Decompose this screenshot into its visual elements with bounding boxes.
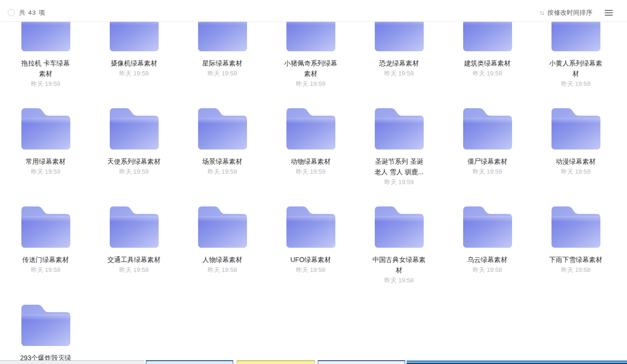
folder-time: 昨天 19:58 [384, 275, 414, 286]
folder-name: 常用绿幕素材 [26, 156, 66, 167]
folder-item[interactable]: 乌云绿幕素材 昨天 19:58 [443, 206, 532, 305]
folder-time: 昨天 19:59 [561, 79, 590, 89]
folder-name: 小猪佩奇系列绿幕素材 [284, 58, 338, 79]
folder-icon [286, 108, 335, 149]
folder-item[interactable]: 僵尸绿幕素材 昨天 19:59 [443, 108, 532, 206]
folder-time: 昨天 19:59 [31, 167, 60, 177]
folder-name: 摄像机绿幕素材 [111, 58, 157, 68]
folder-item[interactable]: 建筑类绿幕素材 昨天 19:59 [443, 10, 532, 108]
folder-name: 拖拉机 卡车绿幕素材 [19, 58, 73, 79]
taskbar-strip[interactable] [407, 360, 627, 364]
toolbar: 共 43 项 ↑↓ 按修改时间排序 [0, 0, 627, 22]
folder-name: 恐龙绿幕素材 [379, 58, 419, 68]
folder-time: 昨天 19:59 [31, 265, 60, 275]
sort-control[interactable]: ↑↓ 按修改时间排序 [540, 9, 593, 17]
folder-icon [110, 108, 159, 149]
sort-label: 按修改时间排序 [548, 9, 593, 17]
folder-time: 昨天 19:59 [119, 167, 149, 177]
folder-name: 天使系列绿幕素材 [107, 156, 161, 167]
folder-name: 人物绿幕素材 [202, 254, 242, 265]
folder-time: 昨天 19:59 [31, 79, 60, 89]
folder-time: 昨天 19:59 [119, 68, 149, 79]
folder-item[interactable]: UFO绿幕素材 昨天 19:58 [266, 206, 355, 305]
folder-name: 交通工具绿幕素材 [107, 254, 161, 265]
folder-icon [463, 206, 512, 248]
folder-icon [21, 108, 70, 149]
folder-name: 僵尸绿幕素材 [467, 156, 507, 167]
folder-name: 星际绿幕素材 [202, 58, 242, 68]
folder-item[interactable]: 场景绿幕素材 昨天 19:59 [178, 108, 266, 206]
folder-time: 昨天 19:58 [296, 265, 325, 275]
taskbar-button-highlighted[interactable] [237, 360, 315, 364]
folder-icon [551, 108, 600, 149]
folder-name: 场景绿幕素材 [202, 156, 242, 167]
folder-item[interactable]: 小猪佩奇系列绿幕素材 昨天 19:59 [266, 10, 355, 108]
folder-time: 昨天 19:58 [561, 265, 590, 275]
sort-arrows-icon: ↑↓ [540, 9, 545, 16]
folder-item[interactable]: 小黄人系列绿幕素材 昨天 19:59 [532, 10, 620, 108]
selection-summary: 共 43 项 [8, 9, 46, 17]
folder-item[interactable]: 动漫绿幕素材 昨天 19:59 [532, 108, 620, 206]
folder-icon [375, 206, 424, 248]
folder-icon [110, 206, 159, 248]
folder-name: 中国古典女绿幕素材 [372, 254, 427, 275]
folder-time: 昨天 19:58 [119, 265, 149, 275]
folder-grid: 拖拉机 卡车绿幕素材 昨天 19:59 摄像机绿幕素材 昨天 19:59 星际绿… [1, 10, 620, 364]
folder-icon [21, 206, 70, 248]
folder-icon [21, 305, 70, 346]
folder-name: 下雨下雪绿幕素材 [549, 254, 602, 265]
folder-time: 昨天 19:58 [473, 265, 502, 275]
folder-name: 动物绿幕素材 [291, 156, 331, 167]
folder-time: 昨天 19:59 [296, 167, 325, 177]
folder-item[interactable]: 动物绿幕素材 昨天 19:59 [266, 108, 355, 206]
file-manager-window: 共 43 项 ↑↓ 按修改时间排序 拖拉机 卡车绿幕素材 昨天 19:59 [0, 0, 627, 364]
folder-item[interactable]: 下雨下雪绿幕素材 昨天 19:58 [532, 206, 620, 305]
item-count-label: 共 43 项 [19, 9, 46, 17]
folder-item[interactable]: 摄像机绿幕素材 昨天 19:59 [90, 10, 178, 108]
folder-item[interactable]: 中国古典女绿幕素材 昨天 19:58 [355, 206, 443, 305]
folder-time: 昨天 19:59 [296, 79, 325, 89]
folder-name: 小黄人系列绿幕素材 [549, 58, 603, 79]
folder-item[interactable]: 传送门绿幕素材 昨天 19:59 [1, 206, 90, 305]
folder-item[interactable]: 恐龙绿幕素材 昨天 19:59 [355, 10, 443, 108]
folder-time: 昨天 19:59 [208, 167, 237, 177]
folder-item[interactable]: 交通工具绿幕素材 昨天 19:58 [90, 206, 178, 305]
folder-icon [286, 206, 335, 248]
toolbar-actions: ↑↓ 按修改时间排序 [540, 9, 613, 17]
folder-name: 传送门绿幕素材 [22, 254, 69, 265]
folder-name: 圣诞节系列 圣诞老人 雪人 驯鹿... [372, 156, 427, 177]
folder-time: 昨天 19:59 [473, 167, 502, 177]
folder-item[interactable]: 星际绿幕素材 昨天 19:59 [178, 10, 266, 108]
folder-item[interactable]: 常用绿幕素材 昨天 19:59 [1, 108, 90, 206]
taskbar-button[interactable] [146, 360, 233, 364]
folder-time: 昨天 19:59 [473, 68, 502, 79]
taskbar-button[interactable] [318, 360, 405, 364]
folder-name: 建筑类绿幕素材 [464, 58, 511, 68]
taskbar-edge [0, 360, 627, 364]
folder-item[interactable]: 人物绿幕素材 昨天 19:58 [178, 206, 266, 305]
folder-time: 昨天 19:59 [384, 177, 414, 187]
select-all-checkbox[interactable] [8, 9, 15, 16]
folder-name: UFO绿幕素材 [290, 254, 331, 265]
folder-item[interactable]: 293个爆炸毁灭绿 [1, 305, 90, 364]
folder-icon [463, 108, 512, 149]
folder-icon [551, 206, 600, 248]
folder-name: 动漫绿幕素材 [556, 156, 596, 167]
folder-time: 昨天 19:59 [208, 68, 237, 79]
folder-time: 昨天 19:59 [384, 68, 414, 79]
folder-icon [375, 108, 424, 149]
folder-item[interactable]: 拖拉机 卡车绿幕素材 昨天 19:59 [1, 10, 90, 108]
folder-name: 乌云绿幕素材 [467, 254, 507, 265]
folder-time: 昨天 19:59 [561, 167, 590, 177]
taskbar-divider [233, 360, 237, 364]
list-view-toggle-icon[interactable] [605, 9, 613, 17]
folder-time: 昨天 19:58 [208, 265, 237, 275]
folder-item[interactable]: 天使系列绿幕素材 昨天 19:59 [90, 108, 178, 206]
taskbar-area[interactable] [0, 360, 144, 364]
folder-item[interactable]: 圣诞节系列 圣诞老人 雪人 驯鹿... 昨天 19:59 [355, 108, 443, 206]
folder-icon [198, 108, 247, 149]
folder-icon [198, 206, 247, 248]
